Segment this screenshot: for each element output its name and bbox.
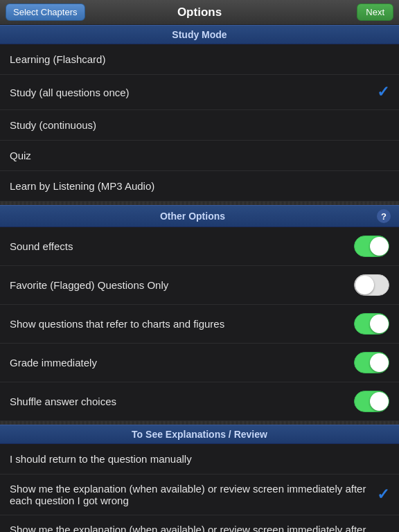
list-item[interactable]: Learning (Flashcard) — [0, 44, 399, 75]
list-item[interactable]: Study (all questions once) ✓ — [0, 75, 399, 110]
learning-flashcard-label: Learning (Flashcard) — [10, 53, 389, 65]
sound-effects-label: Sound effects — [10, 240, 354, 252]
grade-immediately-toggle[interactable] — [354, 352, 389, 373]
select-chapters-button[interactable]: Select Chapters — [6, 3, 85, 21]
shuffle-label: Shuffle answer choices — [10, 396, 354, 407]
other-options-title: Other Options — [8, 211, 377, 222]
manual-return-label: I should return to the question manually — [10, 453, 389, 465]
list-item[interactable]: Sound effects — [0, 227, 399, 266]
scroll-area: Study Mode Learning (Flashcard) Study (a… — [0, 25, 399, 532]
list-item[interactable]: Study (continuous) — [0, 110, 399, 141]
list-item[interactable]: I should return to the question manually — [0, 444, 399, 475]
explanation-all-label: Show me the explanation (when available)… — [10, 524, 389, 532]
app-header: Select Chapters Options Next — [0, 0, 399, 25]
explanations-section-header: To See Explanations / Review — [0, 425, 399, 444]
other-options-section-header: Other Options ? — [0, 205, 399, 227]
page-title: Options — [177, 6, 222, 19]
study-mode-title: Study Mode — [8, 29, 391, 40]
study-continuous-label: Study (continuous) — [10, 119, 389, 131]
study-once-checkmark: ✓ — [377, 83, 389, 101]
shuffle-toggle[interactable] — [354, 391, 389, 412]
flagged-only-toggle[interactable] — [354, 274, 389, 296]
quiz-label: Quiz — [10, 150, 389, 161]
listen-label: Learn by Listening (MP3 Audio) — [10, 180, 389, 192]
list-item[interactable]: Learn by Listening (MP3 Audio) — [0, 171, 399, 202]
list-item[interactable]: Show me the explanation (when available)… — [0, 515, 399, 532]
list-item[interactable]: Show questions that refer to charts and … — [0, 305, 399, 344]
flagged-only-label: Favorite (Flagged) Questions Only — [10, 279, 354, 291]
study-once-label: Study (all questions once) — [10, 87, 377, 98]
explanation-wrong-checkmark: ✓ — [377, 486, 389, 504]
list-item[interactable]: Grade immediately — [0, 344, 399, 382]
other-options-help-icon[interactable]: ? — [377, 209, 391, 223]
next-button[interactable]: Next — [357, 3, 393, 21]
list-item[interactable]: Quiz — [0, 141, 399, 171]
sound-effects-toggle[interactable] — [354, 236, 389, 257]
list-item[interactable]: Favorite (Flagged) Questions Only — [0, 266, 399, 305]
explanations-title: To See Explanations / Review — [8, 429, 391, 440]
charts-figures-toggle[interactable] — [354, 313, 389, 335]
list-item[interactable]: Show me the explanation (when available)… — [0, 475, 399, 515]
grade-immediately-label: Grade immediately — [10, 357, 354, 369]
list-item[interactable]: Shuffle answer choices — [0, 382, 399, 421]
study-mode-section-header: Study Mode — [0, 25, 399, 44]
explanation-wrong-label: Show me the explanation (when available)… — [10, 483, 377, 506]
charts-figures-label: Show questions that refer to charts and … — [10, 318, 354, 330]
